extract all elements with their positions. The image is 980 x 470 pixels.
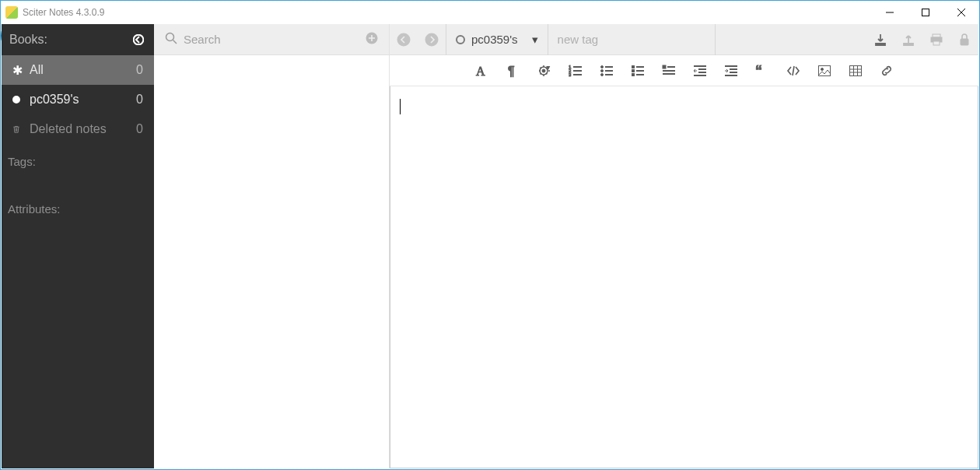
editor-topbar: pc0359's ▾ — [390, 24, 978, 55]
print-button[interactable] — [922, 24, 950, 55]
svg-text:“: “ — [755, 64, 762, 78]
star-icon: ✱ — [12, 63, 30, 78]
upload-button[interactable] — [894, 24, 922, 55]
svg-rect-31 — [632, 65, 634, 68]
trash-icon — [12, 124, 30, 135]
gear-icon: ▾ — [537, 64, 551, 78]
format-toolbar: A ¶ ▾ 123 “ — [390, 55, 978, 86]
svg-point-25 — [600, 65, 603, 68]
outdent-icon — [693, 64, 707, 78]
titlebar: Sciter Notes 4.3.0.9 — [1, 1, 979, 24]
quote-icon: “ — [755, 64, 769, 78]
editor-panel: pc0359's ▾ A ¶ ▾ 123 — [390, 24, 978, 468]
paragraph-button[interactable]: ¶ — [506, 63, 521, 79]
image-button[interactable] — [817, 63, 832, 79]
close-icon — [957, 9, 965, 16]
code-button[interactable] — [786, 63, 801, 79]
maximize-button[interactable] — [908, 1, 943, 24]
svg-text:¶: ¶ — [508, 65, 515, 78]
plus-circle-icon — [366, 32, 378, 44]
font-icon: A — [475, 64, 489, 78]
link-button[interactable] — [879, 63, 894, 79]
nav-forward-button[interactable] — [418, 24, 446, 55]
settings-button[interactable]: ▾ — [537, 63, 552, 79]
editor-content[interactable] — [390, 86, 978, 468]
svg-point-9 — [425, 33, 439, 46]
attributes-section-label: Attributes: — [2, 191, 154, 219]
table-icon — [849, 64, 863, 78]
svg-point-17 — [542, 69, 545, 72]
upload-icon — [901, 33, 915, 47]
search-bar — [154, 24, 389, 55]
lock-icon — [957, 33, 971, 47]
tags-section-label: Tags: — [2, 144, 154, 171]
svg-rect-37 — [663, 65, 666, 68]
svg-line-6 — [173, 40, 177, 44]
book-selector[interactable]: pc0359's ▾ — [446, 24, 548, 55]
svg-rect-52 — [849, 65, 861, 75]
note-list-panel — [154, 24, 390, 468]
minimize-button[interactable] — [872, 1, 908, 24]
pilcrow-icon: ¶ — [506, 64, 520, 78]
text-cursor — [400, 99, 401, 114]
svg-point-26 — [600, 69, 603, 72]
bullet-list2-button[interactable] — [630, 63, 646, 79]
ol-icon: 123 — [569, 64, 583, 78]
link-icon — [880, 64, 894, 78]
outdent-button[interactable] — [692, 63, 708, 79]
image-icon — [817, 64, 831, 78]
svg-point-27 — [600, 73, 603, 75]
dot-icon — [12, 96, 30, 103]
close-button[interactable] — [943, 1, 979, 24]
sidebar-item-label: All — [30, 63, 44, 77]
ul-icon — [600, 64, 614, 78]
window-title: Sciter Notes 4.3.0.9 — [23, 7, 104, 18]
sidebar-header: Books: — [2, 24, 154, 55]
svg-rect-10 — [933, 34, 940, 37]
sidebar-item-label: Deleted notes — [30, 122, 107, 136]
svg-text:A: A — [476, 65, 485, 78]
caret-down-icon: ▾ — [532, 33, 538, 47]
maximize-icon — [922, 9, 929, 16]
tag-input[interactable] — [548, 24, 716, 55]
sidebar-item-pc0359[interactable]: pc0359's 0 — [2, 85, 154, 114]
svg-rect-13 — [961, 39, 968, 45]
font-button[interactable]: A — [474, 63, 490, 79]
svg-point-51 — [821, 68, 823, 70]
table-button[interactable] — [848, 63, 863, 79]
bullet-list-button[interactable] — [599, 63, 614, 79]
lock-button[interactable] — [950, 24, 978, 55]
add-note-button[interactable] — [366, 32, 378, 47]
definition-list-button[interactable] — [661, 63, 677, 79]
download-icon — [873, 33, 887, 47]
svg-rect-1 — [922, 9, 929, 16]
sidebar-item-count: 0 — [136, 63, 143, 77]
sidebar-item-label: pc0359's — [30, 93, 79, 107]
svg-text:▾: ▾ — [547, 65, 550, 70]
sidebar-item-deleted[interactable]: Deleted notes 0 — [2, 114, 154, 144]
svg-rect-12 — [933, 41, 940, 45]
sidebar-header-label: Books: — [9, 33, 47, 47]
quote-button[interactable]: “ — [754, 63, 770, 79]
sidebar-item-count: 0 — [136, 93, 143, 107]
download-button[interactable] — [866, 24, 894, 55]
numbered-list-button[interactable]: 123 — [568, 63, 583, 79]
sidebar-item-count: 0 — [136, 122, 143, 136]
nav-back-button[interactable] — [390, 24, 418, 55]
back-arrow-icon — [133, 34, 144, 45]
collapse-sidebar-button[interactable] — [131, 32, 146, 47]
search-icon — [165, 32, 177, 47]
circle-arrow-left-icon — [397, 33, 411, 47]
search-input[interactable] — [184, 33, 366, 46]
sidebar-item-all[interactable]: ✱ All 0 — [2, 55, 154, 85]
svg-rect-32 — [632, 69, 634, 72]
indent-button[interactable] — [723, 63, 739, 79]
minimize-icon — [886, 9, 894, 16]
book-selector-label: pc0359's — [471, 33, 518, 46]
svg-point-5 — [166, 33, 174, 41]
book-dot-icon — [456, 35, 465, 44]
code-icon — [786, 64, 800, 78]
svg-rect-33 — [632, 73, 634, 75]
print-icon — [929, 33, 943, 47]
ul2-icon — [631, 64, 645, 78]
